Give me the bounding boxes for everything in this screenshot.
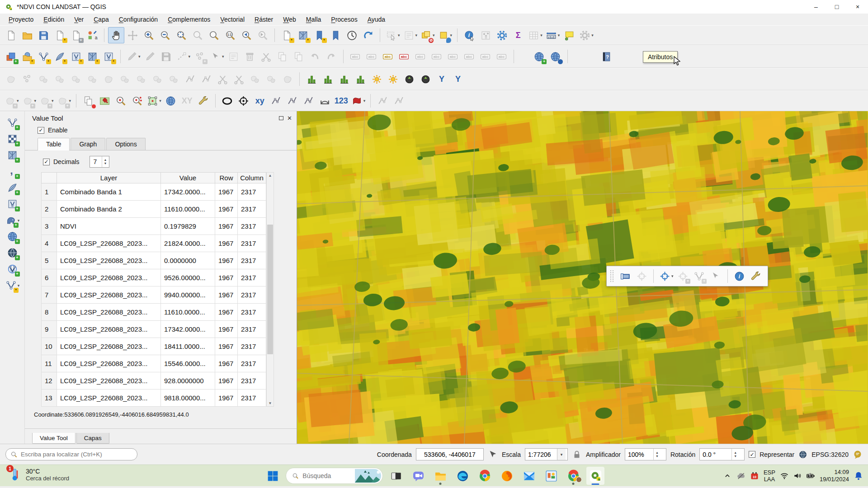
undo-button[interactable] xyxy=(307,48,323,65)
qgis-app-taskbar-button[interactable] xyxy=(586,467,604,485)
new-virtual-layer-button[interactable]: * xyxy=(100,48,117,65)
menu-configuración[interactable]: Configuración xyxy=(114,14,163,24)
add-delimited-text-layer-button[interactable]: + xyxy=(2,164,22,179)
select-features-dropdown-icon[interactable]: ▾ xyxy=(398,33,400,38)
geometry-options-button[interactable] xyxy=(3,71,19,87)
gps-add-vertex-button[interactable]: + xyxy=(675,268,691,284)
menu-ver[interactable]: Ver xyxy=(69,14,89,24)
vertex-tool-dropdown-icon[interactable]: ▾ xyxy=(222,54,224,59)
photos-taskbar-button[interactable] xyxy=(542,467,560,485)
gps-information-button[interactable] xyxy=(731,268,748,284)
style-ribbon-button[interactable]: ▾ xyxy=(349,93,367,109)
cut-node-button[interactable] xyxy=(284,93,301,109)
lock-icon[interactable] xyxy=(572,450,582,460)
zoom-to-selection-button[interactable] xyxy=(189,27,206,43)
table-row[interactable]: 5LC09_L2SP_226088_2023...0.0000000196723… xyxy=(42,252,266,269)
enable-checkbox[interactable]: ✓ xyxy=(38,127,44,134)
label-highlight-button[interactable] xyxy=(396,48,412,65)
decrease-brightness-button[interactable] xyxy=(385,71,401,87)
split-line-node-button[interactable] xyxy=(268,93,284,109)
notification-bell-icon[interactable] xyxy=(854,471,863,481)
new-spatial-bookmark-button[interactable]: * xyxy=(311,27,327,43)
select-by-location-dropdown-icon[interactable]: ▾ xyxy=(450,33,453,38)
menu-proyecto[interactable]: Proyecto xyxy=(4,14,38,24)
add-wcs-layer-button[interactable]: + xyxy=(2,245,22,261)
add-postgis-layer-dropdown-icon[interactable]: ▾ xyxy=(18,218,20,223)
pin-labels-button[interactable] xyxy=(412,48,429,65)
target-center-button[interactable] xyxy=(236,93,252,109)
merge-attributes-button[interactable] xyxy=(263,71,279,87)
clock[interactable]: 14:0919/01/2024 xyxy=(820,469,849,483)
add-spatialite-layer-button[interactable]: + xyxy=(2,180,22,196)
visibility-options-menu-button[interactable]: +▾ xyxy=(20,93,38,109)
current-edits-button[interactable]: ▾ xyxy=(124,48,142,65)
delete-ring-button[interactable] xyxy=(149,71,165,87)
coordinate-capture-button[interactable]: XY xyxy=(179,93,195,109)
metasearch-add-button[interactable]: + xyxy=(531,48,547,65)
taskbar-search[interactable] xyxy=(286,468,383,484)
processing-toolbox-button[interactable] xyxy=(494,27,510,43)
area-selection-button[interactable]: ▾ xyxy=(145,93,163,109)
stream-digitize-button[interactable]: + xyxy=(192,48,208,65)
menu-vectorial[interactable]: Vectorial xyxy=(215,14,250,24)
firefox-taskbar-button[interactable] xyxy=(498,467,516,485)
select-by-location-button[interactable]: ▾ xyxy=(436,27,454,43)
callout-tool-button[interactable] xyxy=(494,48,510,65)
table-row[interactable]: 12LC09_L2SP_226088_2023...928.0000000196… xyxy=(42,372,266,389)
scroll-down-icon[interactable]: ▼ xyxy=(269,401,272,405)
digitize-segment-dropdown-icon[interactable]: ▾ xyxy=(189,54,191,59)
decimals-spinner[interactable]: 7 ▲▼ xyxy=(90,156,109,168)
copy-move-feature-button[interactable] xyxy=(52,71,68,87)
attribute-table-button[interactable]: ▾ xyxy=(526,27,544,43)
extent-options-menu-button[interactable]: +▾ xyxy=(38,93,55,109)
fill-ring-button[interactable] xyxy=(133,71,149,87)
edge-taskbar-button[interactable] xyxy=(453,467,472,485)
area-selection-dropdown-icon[interactable]: ▾ xyxy=(159,99,161,103)
menu-complementos[interactable]: Complementos xyxy=(163,14,215,24)
panel-close-icon[interactable]: ✕ xyxy=(287,115,292,121)
menu-web[interactable]: Web xyxy=(278,14,301,24)
toggle-editing-button[interactable] xyxy=(142,48,158,65)
pan-map-button[interactable] xyxy=(108,27,124,43)
new-project-button[interactable] xyxy=(3,27,19,43)
layout-manager-button[interactable]: + xyxy=(68,27,84,43)
language-indicator[interactable]: ESPLAA xyxy=(764,469,775,483)
new-geopackage-layer-button[interactable]: * xyxy=(19,48,35,65)
full-cumulative-stretch-button[interactable] xyxy=(352,71,368,87)
task-view-taskbar-button[interactable] xyxy=(387,467,405,485)
menu-edición[interactable]: Edición xyxy=(38,14,69,24)
decimals-checkbox[interactable]: ✓ xyxy=(43,159,50,165)
increase-gamma-button[interactable]: Y xyxy=(434,71,450,87)
copy-coordinates-button[interactable] xyxy=(80,93,96,109)
add-vector-layer-button[interactable]: + xyxy=(2,115,22,131)
column-header-row[interactable]: Row xyxy=(215,173,238,183)
table-row[interactable]: 3NDVI0.197982919672317 xyxy=(42,218,266,235)
save-layer-edits-button[interactable] xyxy=(158,48,175,65)
style-options-menu-dropdown-icon[interactable]: ▾ xyxy=(17,99,19,103)
table-row[interactable]: 6LC09_L2SP_226088_2023...9526.00000...19… xyxy=(42,269,266,286)
table-scrollbar[interactable]: ▲ ▼ xyxy=(266,172,274,407)
rotate-label-button[interactable] xyxy=(461,48,477,65)
calendar-badge-icon[interactable] xyxy=(750,471,759,480)
select-features-button[interactable]: ▾ xyxy=(384,27,401,43)
map-tips-button[interactable] xyxy=(561,27,577,43)
toolbox-wrench-button[interactable] xyxy=(195,93,212,109)
add-part-button[interactable] xyxy=(117,71,133,87)
magnifier-input[interactable] xyxy=(625,451,653,458)
new-spatialite-layer-button[interactable]: * xyxy=(52,48,68,65)
pin-location-button[interactable] xyxy=(96,93,113,109)
scale-input[interactable] xyxy=(525,451,557,458)
layer-labeling-button[interactable] xyxy=(347,48,363,65)
crs-value[interactable]: EPSG:32620 xyxy=(811,451,849,458)
run-feature-action-button[interactable]: ▾ xyxy=(577,27,595,43)
select-by-form-button[interactable]: ▾ xyxy=(401,27,419,43)
full-histogram-stretch-button[interactable] xyxy=(320,71,336,87)
add-postgis-layer-button[interactable]: +▾ xyxy=(2,212,22,228)
chrome-taskbar-button[interactable] xyxy=(476,467,494,485)
vertex-tool-button[interactable]: ▾ xyxy=(208,48,226,65)
maximize-button[interactable]: □ xyxy=(826,0,847,14)
zoom-to-layer-button[interactable] xyxy=(206,27,222,43)
save-project-button[interactable] xyxy=(35,27,52,43)
wifi-icon[interactable] xyxy=(780,471,789,480)
offset-curve-button[interactable] xyxy=(198,71,214,87)
